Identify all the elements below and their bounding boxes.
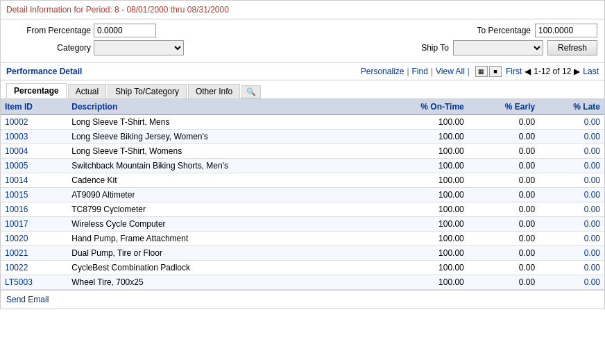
toolbar-area: Performance Detail Personalize | Find | … [0,62,605,80]
tab-other-info[interactable]: Other Info [188,84,240,98]
toolbar-title: Performance Detail [6,67,82,76]
cell-pct-late: 0.00 [539,188,604,202]
item-id-link[interactable]: 10021 [5,248,28,258]
cell-description: Cadence Kit [67,173,373,188]
item-id-link[interactable]: 10022 [5,263,28,272]
cell-item-id: 10003 [1,130,67,144]
table-header-row: Item ID Description % On-Time % Early % … [1,99,604,115]
toolbar-links: Personalize | Find | View All | ▦ ■ Firs… [361,66,599,77]
cell-item-id: 10017 [1,217,67,232]
first-link[interactable]: First [506,67,522,76]
item-id-link[interactable]: 10014 [5,175,28,185]
ship-to-select[interactable] [453,40,543,55]
item-id-link[interactable]: 10004 [5,146,28,156]
personalize-link[interactable]: Personalize [361,67,404,76]
cell-pct-early: 0.00 [468,246,539,261]
cell-item-id: 10020 [1,232,67,246]
performance-table: Item ID Description % On-Time % Early % … [1,99,604,290]
send-email-link[interactable]: Send Email [6,295,49,304]
cell-description: Hand Pump, Frame Attachment [67,232,373,246]
cell-description: Wheel Tire, 700x25 [67,275,373,290]
refresh-button[interactable]: Refresh [547,40,597,55]
cell-description: Long Sleeve Biking Jersey, Women's [67,130,373,144]
data-table-container: Item ID Description % On-Time % Early % … [0,98,605,291]
to-percentage-area: To Percentage [477,24,597,37]
tab-percentage[interactable]: Percentage [6,83,67,98]
cell-pct-late: 0.00 [539,130,604,144]
table-row: 10016 TC8799 Cyclometer 100.00 0.00 0.00 [1,202,604,217]
find-link[interactable]: Find [412,67,428,76]
cell-pct-on-time: 100.00 [373,217,468,232]
cell-description: Wireless Cycle Computer [67,217,373,232]
col-item-id: Item ID [1,99,67,115]
filter-area: From Percentage To Percentage Category S… [0,19,605,62]
cell-pct-early: 0.00 [468,130,539,144]
page-title: Detail Information for Period: 8 - 08/01… [6,5,229,15]
cell-item-id: 10015 [1,188,67,202]
item-id-link[interactable]: 10015 [5,190,28,200]
table-row: 10021 Dual Pump, Tire or Floor 100.00 0.… [1,246,604,261]
table-row: LT5003 Wheel Tire, 700x25 100.00 0.00 0.… [1,275,604,290]
table-row: 10003 Long Sleeve Biking Jersey, Women's… [1,130,604,144]
item-id-link[interactable]: 10003 [5,132,28,141]
table-row: 10002 Long Sleeve T-Shirt, Mens 100.00 0… [1,115,604,130]
cell-description: Long Sleeve T-Shirt, Mens [67,115,373,130]
cell-pct-early: 0.00 [468,188,539,202]
item-id-link[interactable]: 10005 [5,161,28,171]
cell-item-id: 10002 [1,115,67,130]
tabs-area: Percentage Actual Ship To/Category Other… [0,80,605,98]
item-id-link[interactable]: 10002 [5,117,28,127]
table-row: 10022 CycleBest Combination Padlock 100.… [1,261,604,275]
cell-pct-late: 0.00 [539,173,604,188]
cell-pct-early: 0.00 [468,173,539,188]
cell-pct-on-time: 100.00 [373,232,468,246]
cell-pct-on-time: 100.00 [373,246,468,261]
tab-actual[interactable]: Actual [68,84,106,98]
cell-item-id: 10004 [1,144,67,159]
table-row: 10005 Switchback Mountain Biking Shorts,… [1,159,604,173]
cell-item-id: 10022 [1,261,67,275]
category-select[interactable] [94,40,184,55]
cell-pct-on-time: 100.00 [373,275,468,290]
cell-pct-on-time: 100.00 [373,144,468,159]
cell-pct-late: 0.00 [539,232,604,246]
cell-pct-early: 0.00 [468,144,539,159]
cell-pct-late: 0.00 [539,115,604,130]
item-id-link[interactable]: 10017 [5,219,28,229]
cell-pct-early: 0.00 [468,202,539,217]
footer-area: Send Email [0,291,605,309]
table-row: 10017 Wireless Cycle Computer 100.00 0.0… [1,217,604,232]
cell-pct-early: 0.00 [468,232,539,246]
from-percentage-input[interactable] [94,24,156,37]
grid-icon[interactable]: ▦ [475,66,488,77]
table-row: 10014 Cadence Kit 100.00 0.00 0.00 [1,173,604,188]
tab-ship-to-category[interactable]: Ship To/Category [108,84,187,98]
cell-pct-early: 0.00 [468,217,539,232]
category-label: Category [8,43,91,53]
title-bar: Detail Information for Period: 8 - 08/01… [0,0,605,19]
cell-pct-on-time: 100.00 [373,261,468,275]
cell-item-id: 10014 [1,173,67,188]
cell-item-id: LT5003 [1,275,67,290]
cell-pct-late: 0.00 [539,159,604,173]
col-pct-late: % Late [539,99,604,115]
tab-icon[interactable]: 🔍 [241,85,261,98]
item-id-link[interactable]: 10020 [5,234,28,243]
cell-description: Dual Pump, Tire or Floor [67,246,373,261]
cell-pct-late: 0.00 [539,275,604,290]
ship-to-area: Ship To Refresh [421,40,597,55]
chart-icon[interactable]: ■ [489,66,502,77]
pager: First ◀ 1-12 of 12 ▶ Last [506,67,599,76]
toolbar-icons: ▦ ■ [475,66,502,77]
item-id-link[interactable]: LT5003 [5,277,33,287]
cell-pct-on-time: 100.00 [373,173,468,188]
last-link[interactable]: Last [583,67,599,76]
to-percentage-input[interactable] [535,24,597,37]
ship-to-label: Ship To [421,43,449,53]
col-pct-early: % Early [468,99,539,115]
item-id-link[interactable]: 10016 [5,205,28,214]
pager-info: 1-12 of 12 [534,67,571,76]
cell-pct-early: 0.00 [468,261,539,275]
col-pct-on-time: % On-Time [373,99,468,115]
view-all-link[interactable]: View All [436,67,465,76]
